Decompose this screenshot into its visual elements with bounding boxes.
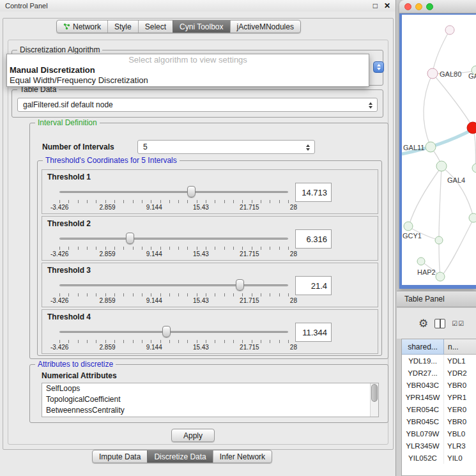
algorithm-combo-stepper[interactable] bbox=[373, 61, 384, 73]
float-window-icon[interactable]: □ bbox=[373, 1, 378, 10]
network-node-hap2[interactable] bbox=[436, 272, 445, 281]
threshold-label: Threshold 4 bbox=[47, 312, 91, 321]
slider-thumb[interactable] bbox=[187, 186, 196, 197]
table-row[interactable]: YBR043CYBR0 bbox=[402, 379, 476, 391]
table-row[interactable]: YDR27...YDR2 bbox=[402, 367, 476, 379]
network-canvas[interactable]: GAL80 GA GAL11 GAL4 GCY1 HAP2 bbox=[399, 13, 476, 289]
network-node[interactable] bbox=[469, 213, 476, 222]
network-node[interactable] bbox=[472, 164, 476, 173]
table-cell[interactable]: YBR0 bbox=[444, 415, 476, 427]
columns-icon[interactable] bbox=[434, 319, 445, 328]
tab-jactivemnodules[interactable]: jActiveMNodules bbox=[230, 20, 300, 33]
tab-cyni-toolbox[interactable]: Cyni Toolbox bbox=[173, 20, 229, 33]
column-header-shared-name[interactable]: shared... bbox=[402, 339, 444, 355]
table-cell[interactable]: YBL0 bbox=[444, 427, 476, 440]
network-node[interactable] bbox=[435, 236, 443, 244]
table-row[interactable]: YLR345WYLR3 bbox=[402, 440, 476, 452]
number-of-intervals-combo[interactable]: 5 bbox=[137, 140, 315, 154]
threshold-label: Threshold 2 bbox=[47, 219, 91, 228]
scale-label: 15.43 bbox=[193, 344, 209, 351]
slider-thumb[interactable] bbox=[162, 326, 171, 337]
list-scrollbar[interactable] bbox=[370, 383, 378, 417]
network-node[interactable] bbox=[417, 257, 425, 265]
scale-label: 15.43 bbox=[193, 297, 209, 304]
table-row[interactable]: YPR145WYPR1 bbox=[402, 391, 476, 403]
threshold-slider[interactable] bbox=[59, 279, 288, 291]
close-traffic-light-icon[interactable] bbox=[404, 3, 411, 10]
table-cell[interactable]: YBL079W bbox=[402, 427, 444, 440]
selected-network-node[interactable] bbox=[467, 122, 476, 134]
table-cell[interactable]: YDR27... bbox=[402, 367, 444, 379]
zoom-traffic-light-icon[interactable] bbox=[426, 3, 433, 10]
tab-style[interactable]: Style bbox=[107, 20, 138, 33]
table-data-combo-value: galFiltered.sif default node bbox=[23, 100, 113, 109]
threshold-value-field[interactable]: 21.4 bbox=[295, 276, 332, 295]
table-cell[interactable]: YDL19... bbox=[402, 355, 444, 367]
table-data-combo[interactable]: galFiltered.sif default node bbox=[17, 98, 378, 112]
list-item[interactable]: SelfLoops bbox=[42, 383, 378, 394]
tab-network[interactable]: Network bbox=[57, 20, 107, 33]
slider-thumb[interactable] bbox=[126, 233, 134, 244]
scale-label: -3.426 bbox=[50, 250, 68, 257]
threshold-value-field[interactable]: 6.316 bbox=[295, 229, 332, 249]
slider-scale: -3.426 2.859 9.144 15.43 21.715 28 bbox=[50, 297, 297, 304]
numerical-attributes-list[interactable]: SelfLoops TopologicalCoefficient Between… bbox=[42, 383, 379, 417]
table-cell[interactable]: YLR345W bbox=[402, 440, 444, 452]
node-label-gal80: GAL80 bbox=[440, 70, 461, 78]
threshold-slider[interactable] bbox=[59, 325, 288, 338]
slider-thumb[interactable] bbox=[236, 279, 244, 291]
table-cell[interactable]: YDL1 bbox=[444, 355, 476, 367]
list-item[interactable]: TopologicalCoefficient bbox=[42, 394, 378, 405]
table-cell[interactable]: YBR045C bbox=[402, 415, 444, 427]
tab-infer-network[interactable]: Infer Network bbox=[213, 450, 272, 463]
scale-label: 15.43 bbox=[193, 250, 209, 257]
network-node-gal11[interactable] bbox=[426, 142, 436, 152]
close-icon[interactable]: ✕ bbox=[384, 1, 390, 10]
table-cell[interactable]: YER054C bbox=[402, 403, 444, 415]
network-node[interactable] bbox=[445, 26, 454, 35]
minimize-traffic-light-icon[interactable] bbox=[415, 3, 422, 10]
table-row[interactable]: YBL079WYBL0 bbox=[402, 427, 476, 440]
node-label-hap2: HAP2 bbox=[417, 268, 436, 276]
tab-impute-data[interactable]: Impute Data bbox=[93, 450, 147, 463]
control-panel-titlebar: Control Panel □ ✕ bbox=[0, 0, 395, 12]
gear-icon[interactable]: ⚙ bbox=[418, 318, 428, 329]
threshold-value-field[interactable]: 14.713 bbox=[295, 183, 332, 202]
table-row[interactable]: YER054CYER0 bbox=[402, 403, 476, 415]
threshold-slider[interactable] bbox=[59, 232, 288, 245]
list-item[interactable]: BetweennessCentrality bbox=[42, 405, 378, 416]
interval-definition-group: Interval Definition Number of Intervals … bbox=[29, 123, 388, 359]
tab-discretize-data[interactable]: Discretize Data bbox=[147, 450, 212, 463]
threshold-slider[interactable] bbox=[59, 185, 288, 198]
table-cell[interactable]: YDR2 bbox=[444, 367, 476, 379]
column-header-name[interactable]: n... bbox=[444, 339, 476, 355]
scrollbar-thumb[interactable] bbox=[371, 384, 378, 402]
table-row[interactable]: YDL19...YDL1 bbox=[402, 355, 476, 367]
tab-label: Style bbox=[114, 22, 132, 31]
apply-button[interactable]: Apply bbox=[171, 429, 215, 442]
select-columns-icon[interactable]: ☑☑ bbox=[452, 320, 464, 327]
slider-ticks bbox=[59, 340, 289, 343]
network-node[interactable] bbox=[404, 222, 413, 231]
table-cell[interactable]: YPR145W bbox=[402, 391, 444, 403]
table-cell[interactable]: YIL0 bbox=[444, 452, 476, 464]
dropdown-option-equal-width[interactable]: Equal Width/Frequency Discretization bbox=[7, 75, 369, 86]
combo-stepper-icon bbox=[303, 142, 312, 152]
table-panel-title: Table Panel bbox=[404, 295, 445, 303]
table-cell[interactable]: YIL052C bbox=[402, 452, 444, 464]
table-cell[interactable]: YPR1 bbox=[444, 391, 476, 403]
table-row[interactable]: YBR045CYBR0 bbox=[402, 415, 476, 427]
node-label-partial: GA bbox=[468, 72, 476, 80]
table-cell[interactable]: YLR3 bbox=[444, 440, 476, 452]
threshold-value-field[interactable]: 11.344 bbox=[295, 323, 332, 342]
table-row[interactable]: YIL052CYIL0 bbox=[402, 452, 476, 464]
network-node-gal80[interactable] bbox=[427, 68, 438, 79]
node-label-gal4: GAL4 bbox=[447, 176, 465, 184]
table-cell[interactable]: YER0 bbox=[444, 403, 476, 415]
table-cell[interactable]: YBR043C bbox=[402, 379, 444, 391]
tab-select[interactable]: Select bbox=[138, 20, 173, 33]
right-area: GAL80 GA GAL11 GAL4 GCY1 HAP2 Table Pane… bbox=[397, 0, 476, 476]
table-cell[interactable]: YBR0 bbox=[444, 379, 476, 391]
dropdown-option-manual[interactable]: Manual Discretization bbox=[7, 65, 369, 75]
network-node-gal4[interactable] bbox=[436, 161, 447, 171]
